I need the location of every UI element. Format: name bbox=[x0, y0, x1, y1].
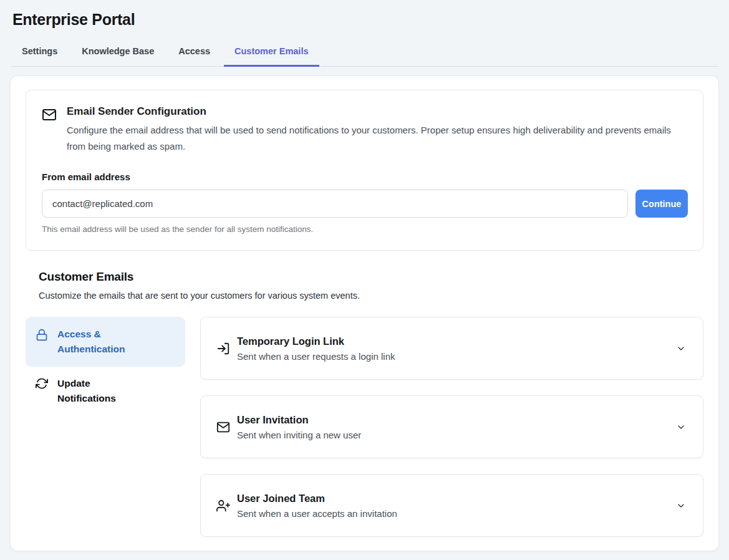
from-email-helper-text: This email address will be used as the s… bbox=[42, 224, 688, 234]
chevron-down-icon[interactable] bbox=[676, 344, 688, 354]
email-category-list: Access & Authentication Update Notificat… bbox=[26, 317, 185, 537]
customer-emails-title: Customer Emails bbox=[39, 270, 703, 284]
tab-customer-emails[interactable]: Customer Emails bbox=[224, 39, 319, 67]
chevron-down-icon[interactable] bbox=[676, 501, 688, 511]
email-card-title: Temporary Login Link bbox=[237, 336, 395, 347]
chevron-down-icon[interactable] bbox=[676, 422, 688, 432]
email-card-description: Sent when a user requests a login link bbox=[237, 351, 395, 362]
sender-card-description: Configure the email address that will be… bbox=[67, 122, 675, 155]
category-label: Update Notifications bbox=[57, 376, 151, 406]
email-template-list: Temporary Login Link Sent when a user re… bbox=[200, 317, 703, 537]
tab-settings[interactable]: Settings bbox=[11, 39, 68, 67]
email-card-temporary-login-link[interactable]: Temporary Login Link Sent when a user re… bbox=[200, 317, 703, 380]
category-update-notifications[interactable]: Update Notifications bbox=[26, 370, 185, 412]
page-header: Enterprise Portal bbox=[0, 0, 729, 29]
page-title: Enterprise Portal bbox=[12, 11, 717, 29]
category-access-authentication[interactable]: Access & Authentication bbox=[26, 317, 185, 367]
tab-bar: Settings Knowledge Base Access Customer … bbox=[11, 39, 719, 67]
from-email-input[interactable] bbox=[42, 190, 628, 218]
email-card-title: User Invitation bbox=[237, 414, 361, 426]
email-card-description: Sent when a user accepts an invitation bbox=[237, 508, 397, 519]
main-panel: Email Sender Configuration Configure the… bbox=[10, 75, 719, 551]
tab-knowledge-base[interactable]: Knowledge Base bbox=[71, 39, 165, 67]
tab-access[interactable]: Access bbox=[168, 39, 221, 67]
login-icon bbox=[216, 342, 230, 355]
refresh-icon bbox=[36, 377, 48, 390]
lock-icon bbox=[36, 329, 48, 341]
mail-icon bbox=[216, 420, 230, 434]
email-card-title: User Joined Team bbox=[237, 493, 397, 504]
email-sender-configuration-card: Email Sender Configuration Configure the… bbox=[26, 90, 703, 251]
continue-button[interactable]: Continue bbox=[635, 190, 688, 218]
customer-emails-subtitle: Customize the emails that are sent to yo… bbox=[39, 291, 703, 301]
sender-card-title: Email Sender Configuration bbox=[67, 105, 675, 118]
category-label: Access & Authentication bbox=[57, 327, 151, 357]
email-card-description: Sent when inviting a new user bbox=[237, 430, 361, 440]
from-email-label: From email address bbox=[42, 171, 688, 182]
email-card-user-invitation[interactable]: User Invitation Sent when inviting a new… bbox=[200, 395, 703, 458]
email-card-user-joined-team[interactable]: User Joined Team Sent when a user accept… bbox=[200, 474, 703, 537]
mail-icon bbox=[42, 107, 57, 122]
user-plus-icon bbox=[216, 499, 230, 513]
